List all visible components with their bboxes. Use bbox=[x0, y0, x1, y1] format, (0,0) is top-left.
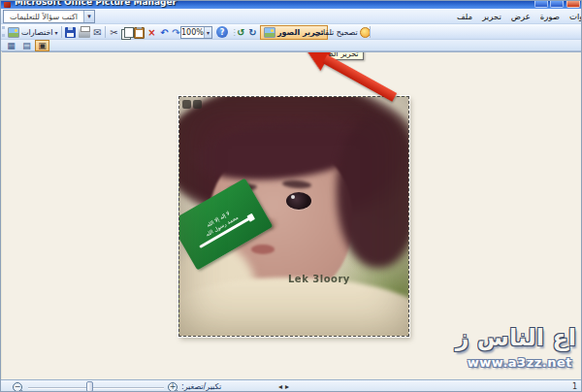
photo-counter: 1 bbox=[572, 382, 577, 391]
menu-picture[interactable]: صورة bbox=[538, 12, 562, 21]
zoom-slider-label: تكبير/تصغير: bbox=[181, 382, 221, 391]
printer-icon bbox=[79, 28, 90, 38]
window-title: Microsoft Office Picture Manager bbox=[15, 1, 177, 7]
calligraphy-watermark: اع الناس ز bbox=[456, 324, 576, 351]
help-button[interactable]: ? bbox=[216, 26, 228, 38]
views-toolbar: ▦ ▤ ▣ bbox=[1, 40, 582, 51]
toolbar-separator bbox=[370, 26, 371, 38]
zoom-slider-thumb[interactable] bbox=[86, 381, 93, 392]
menu-view[interactable]: عرض bbox=[509, 12, 533, 21]
print-button[interactable] bbox=[78, 26, 90, 39]
minimize-button[interactable] bbox=[534, 1, 548, 8]
chevron-down-icon: ▾ bbox=[55, 29, 58, 36]
autocorrect-button[interactable]: تصحيح تلقائي bbox=[311, 25, 373, 40]
shortcuts-icon bbox=[8, 27, 19, 38]
filmstrip-view-button[interactable]: ▤ bbox=[19, 40, 34, 51]
previous-photo-button[interactable]: ◂ bbox=[278, 382, 285, 391]
status-bar: − + تكبير/تصغير: ◂▸ 1 bbox=[1, 379, 582, 392]
save-icon bbox=[65, 27, 76, 38]
rotate-right-button[interactable]: ↻ bbox=[246, 26, 259, 39]
cut-button[interactable]: ✂ bbox=[108, 26, 120, 39]
zoom-combobox[interactable]: 100% ▾ bbox=[180, 26, 212, 39]
edit-pictures-icon bbox=[264, 27, 275, 38]
delete-button[interactable]: × bbox=[146, 26, 158, 39]
maximize-button[interactable] bbox=[550, 1, 564, 8]
zoom-slider-track[interactable] bbox=[28, 387, 164, 389]
save-button[interactable] bbox=[64, 26, 77, 39]
picture-work-area: تحرير الصور لا إله إلا الله محمد رسول ال… bbox=[2, 51, 582, 379]
zoom-in-icon[interactable]: + bbox=[168, 382, 178, 392]
photo-navigation: ◂▸ bbox=[278, 382, 292, 391]
arrow-shaft bbox=[323, 54, 398, 102]
copy-button[interactable] bbox=[120, 26, 133, 39]
app-icon bbox=[4, 2, 11, 8]
chevron-down-icon[interactable]: ▾ bbox=[204, 27, 211, 38]
picture-manager-window: { "title_bar": { "title": "Microsoft Off… bbox=[0, 0, 582, 392]
paste-icon bbox=[134, 27, 145, 39]
email-button[interactable]: ✉ bbox=[91, 26, 104, 39]
help-question-value: اكتب سؤالاً للتعليمات bbox=[4, 13, 83, 21]
menu-file[interactable]: ملف bbox=[455, 12, 474, 21]
zoom-value: 100% bbox=[181, 28, 204, 37]
child-photo[interactable]: لا إله إلا الله محمد رسول الله Lek 3loor… bbox=[178, 96, 409, 337]
next-photo-button[interactable]: ▸ bbox=[285, 382, 292, 391]
zoom-out-icon[interactable]: − bbox=[13, 382, 22, 392]
menu-tools[interactable]: أدوات bbox=[567, 12, 582, 21]
menu-items: ملف تحرير عرض صورة أدوات تعليمات bbox=[455, 12, 582, 21]
shortcuts-button[interactable]: اختصارات ▾ bbox=[5, 25, 61, 40]
copy-icon bbox=[121, 27, 133, 39]
paste-button[interactable] bbox=[133, 26, 146, 39]
website-watermark: www.a3zz.net bbox=[468, 355, 572, 370]
thumbnail-view-button[interactable]: ▦ bbox=[4, 40, 18, 51]
chevron-down-icon[interactable]: ▾ bbox=[83, 11, 94, 22]
help-question-combobox[interactable]: اكتب سؤالاً للتعليمات ▾ bbox=[3, 10, 95, 23]
toolbar-separator bbox=[61, 26, 62, 38]
shortcuts-label: اختصارات bbox=[21, 28, 53, 37]
menu-bar: اكتب سؤالاً للتعليمات ▾ ملف تحرير عرض صو… bbox=[1, 9, 582, 24]
toolbar-separator bbox=[105, 26, 106, 38]
single-picture-view-button[interactable]: ▣ bbox=[35, 40, 49, 51]
menu-edit[interactable]: تحرير bbox=[480, 12, 503, 21]
close-button[interactable] bbox=[566, 1, 580, 8]
autocorrect-label: تصحيح تلقائي bbox=[314, 28, 358, 37]
standard-toolbar: اختصارات ▾ ✉ ✂ × ↶ ↷ 100% ▾ ? ⋮ ↺ ↻ تحري… bbox=[1, 24, 582, 40]
title-bar: Microsoft Office Picture Manager bbox=[1, 1, 582, 9]
photo-vignette bbox=[179, 97, 408, 336]
